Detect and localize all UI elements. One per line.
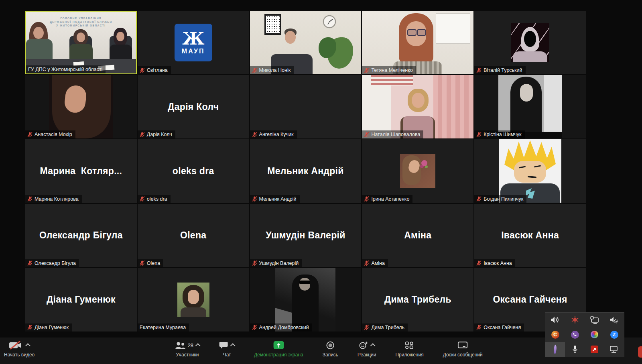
participant-tile[interactable]: Олександр Бігула Олександр Бігула (25, 204, 137, 267)
portrait-photo (498, 75, 562, 138)
antivirus-icon[interactable] (565, 313, 585, 327)
participant-tile[interactable]: Ж МАУП Світлана (138, 11, 249, 74)
video-grid: ГОЛОВНЕ УПРАВЛІННЯ ДЕРЖАВНОЇ ПОДАТКОВОЇ … (25, 11, 586, 331)
participant-name-label: Ірина Астапенко (362, 195, 412, 203)
participant-display-name: Olena (138, 204, 249, 267)
participant-tile[interactable]: Віталій Турський (474, 11, 586, 74)
volume-icon[interactable] (545, 313, 565, 327)
whiteboard-icon (458, 342, 468, 349)
chat-button[interactable]: Чат (219, 340, 235, 358)
muted-mic-icon (252, 196, 257, 201)
reactions-label: Реакции (358, 352, 376, 358)
display-network-icon[interactable] (604, 342, 624, 357)
participants-button[interactable]: 28 Участники (175, 340, 200, 358)
participants-label: Участники (176, 352, 199, 358)
participant-tile[interactable]: Богдан Пилипчук (474, 139, 586, 203)
participant-name-label: Івасюк Анна (474, 259, 515, 267)
muted-mic-icon (140, 68, 145, 73)
sunglasses (299, 281, 310, 284)
start-video-button[interactable]: Начать видео (4, 340, 35, 358)
muted-mic-icon (140, 132, 145, 137)
participant-tile[interactable]: Ушмудін Валерій Ушмудін Валерій (250, 204, 362, 267)
portrait-photo (49, 75, 113, 138)
participant-avatar (474, 75, 586, 138)
participant-name: Olena (147, 260, 160, 266)
participant-avatar (474, 139, 586, 203)
participant-name: Олександр Бігула (35, 260, 76, 266)
participant-name-label: Наталія Шаповалова (362, 130, 423, 138)
participant-tile[interactable]: Тетяна Меліченко (362, 11, 473, 74)
participant-tile[interactable]: Ангеліна Кучик (250, 75, 362, 138)
muted-mic-icon (476, 196, 482, 201)
participant-tile[interactable]: Івасюк Анна Івасюк Анна (474, 204, 586, 267)
participant-name-label: Дима Трибель (362, 323, 408, 331)
reactions-chevron[interactable] (370, 343, 376, 348)
zoom-tray-icon[interactable]: Z (604, 327, 624, 342)
reactions-button[interactable]: Реакции (358, 340, 376, 358)
record-button[interactable]: Запись (323, 340, 338, 358)
participant-name: Ушмудін Валерій (259, 260, 299, 266)
zoom-meeting-window: ГОЛОВНЕ УПРАВЛІННЯ ДЕРЖАВНОЇ ПОДАТКОВОЇ … (0, 0, 642, 364)
participant-tile[interactable]: Дима Трибель Дима Трибель (362, 268, 473, 331)
participant-name: Дима Трибель (371, 325, 404, 330)
participant-tile[interactable]: Ірина Астапенко (362, 139, 473, 203)
participant-tile[interactable]: Аміна Аміна (362, 204, 473, 267)
participant-display-name: Дима Трибель (362, 268, 473, 331)
participants-chevron[interactable] (195, 343, 201, 348)
video-options-chevron[interactable] (25, 343, 30, 348)
muted-mic-icon (476, 325, 482, 330)
participant-name: Микола Нонік (259, 67, 291, 73)
chat-chevron[interactable] (230, 343, 236, 348)
color-wheel-icon[interactable] (585, 327, 604, 342)
participant-tile[interactable]: Анастасія Мохір (25, 75, 137, 138)
participant-name-label: Мельник Андрій (250, 195, 300, 203)
participant-name-label: Екатерина Мураева (138, 323, 189, 331)
participant-name: Діана Гуменюк (35, 325, 69, 330)
participant-tile[interactable]: Мельник Андрій Мельник Андрій (250, 139, 362, 203)
participant-tile[interactable]: Марина Котляр... Марина Котлярова (25, 139, 137, 203)
participant-name-label: Дарія Колч (138, 130, 175, 138)
portrait-photo (177, 283, 209, 317)
participant-name-label: Діана Гуменюк (25, 323, 72, 331)
microphone-tray-icon[interactable] (565, 342, 585, 357)
participant-name: Екатерина Мураева (140, 325, 186, 330)
muted-mic-icon (252, 325, 257, 330)
chat-label: Чат (223, 352, 231, 358)
participant-tile[interactable]: Екатерина Мураева (138, 268, 249, 331)
share-screen-label: Демонстрация экрана (254, 352, 303, 358)
participant-tile[interactable]: Крістіна Шимчук (474, 75, 586, 138)
share-screen-button[interactable]: Демонстрация экрана (254, 340, 303, 358)
whiteboards-button[interactable]: Доски сообщений (443, 340, 483, 358)
participant-tile[interactable]: oleks dra oleks dra (138, 139, 249, 203)
display-lock-icon[interactable] (585, 313, 604, 327)
viber-icon[interactable] (565, 327, 585, 342)
start-video-label: Начать видео (4, 352, 35, 358)
participant-display-name: oleks dra (138, 139, 249, 203)
participant-name-label: Микола Нонік (250, 66, 294, 74)
participant-display-name: Ушмудін Валерій (250, 204, 362, 267)
download-manager-icon[interactable] (585, 342, 604, 357)
hooded-figure-avatar (511, 23, 549, 62)
ccleaner-icon[interactable]: C (545, 327, 565, 342)
speaker-settings-icon[interactable] (604, 313, 624, 327)
participant-name-label: Віталій Турський (474, 66, 525, 74)
participant-tile[interactable]: Дарія Колч Дарія Колч (138, 75, 249, 138)
participant-tile[interactable]: ГОЛОВНЕ УПРАВЛІННЯ ДЕРЖАВНОЇ ПОДАТКОВОЇ … (25, 11, 137, 74)
participant-tile[interactable]: Наталія Шаповалова (362, 75, 473, 138)
participant-name: Марина Котлярова (35, 196, 79, 202)
feather-app-icon[interactable] (545, 342, 565, 357)
participant-display-name: Аміна (362, 204, 473, 267)
muted-mic-icon (27, 260, 33, 266)
participant-display-name: Діана Гуменюк (25, 268, 137, 331)
participant-tile[interactable]: Діана Гуменюк Діана Гуменюк (25, 268, 137, 331)
participant-name: Ірина Астапенко (371, 196, 409, 202)
participant-tile[interactable]: Андрей Домбровский (250, 268, 362, 331)
participant-name-label: Olena (138, 259, 163, 267)
participant-name-label: Богдан Пилипчук (474, 195, 526, 203)
participant-tile[interactable]: Микола Нонік (250, 11, 362, 74)
apps-button[interactable]: Приложения (395, 340, 423, 358)
participant-name-label: Ангеліна Кучик (250, 130, 297, 138)
participant-tile[interactable]: Olena Olena (138, 204, 249, 267)
participant-display-name: Марина Котляр... (25, 139, 137, 203)
end-meeting-button-partial[interactable] (638, 346, 642, 358)
